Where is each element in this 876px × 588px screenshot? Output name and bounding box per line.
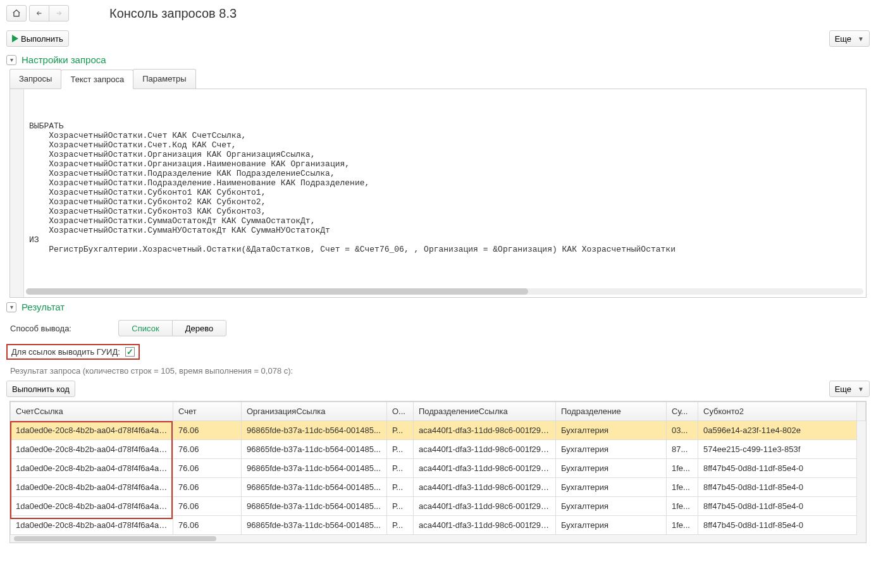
vertical-scrollbar[interactable] [857, 422, 866, 535]
execute-code-button[interactable]: Выполнить код [6, 381, 75, 397]
tab-query-text[interactable]: Текст запроса [61, 70, 133, 89]
guid-highlight: Для ссылок выводить ГУИД: ✓ [6, 344, 140, 360]
more-button-top[interactable]: Еще ▼ [829, 30, 870, 47]
table-row[interactable]: 1da0ed0e-20c8-4b2b-aa04-d78f4f6a4aed76.0… [11, 440, 866, 459]
cell-acct_ref: 1da0ed0e-20c8-4b2b-aa04-d78f4f6a4aed [11, 440, 173, 459]
cell-acct: 76.06 [173, 497, 242, 516]
col-acct[interactable]: Счет [173, 402, 242, 421]
cell-acct_ref: 1da0ed0e-20c8-4b2b-aa04-d78f4f6a4aed [11, 459, 173, 478]
code-gutter [10, 89, 24, 297]
cell-dept: Бухгалтерия [556, 440, 667, 459]
collapse-result-button[interactable]: ▾ [6, 302, 16, 312]
table-row[interactable]: 1da0ed0e-20c8-4b2b-aa04-d78f4f6a4aed76.0… [11, 516, 866, 535]
col-dept-ref[interactable]: ПодразделениеСсылка [414, 402, 556, 421]
result-table[interactable]: СчетСсылка Счет ОрганизацияСсылка О... П… [10, 401, 866, 535]
result-table-wrap: СчетСсылка Счет ОрганизацияСсылка О... П… [9, 401, 867, 543]
col-org-ref[interactable]: ОрганизацияСсылка [242, 402, 387, 421]
cell-acct_ref: 1da0ed0e-20c8-4b2b-aa04-d78f4f6a4aed [11, 421, 173, 440]
svg-marker-0 [12, 35, 18, 42]
cell-dept: Бухгалтерия [556, 478, 667, 497]
cell-org: Р... [387, 516, 414, 535]
cell-dept_ref: aca440f1-dfa3-11dd-98c6-001f296... [414, 459, 556, 478]
table-row[interactable]: 1da0ed0e-20c8-4b2b-aa04-d78f4f6a4aed76.0… [11, 421, 866, 440]
output-mode-label: Способ вывода: [10, 324, 71, 333]
table-row[interactable]: 1da0ed0e-20c8-4b2b-aa04-d78f4f6a4aed76.0… [11, 497, 866, 516]
table-horizontal-scrollbar[interactable] [10, 535, 866, 542]
guid-label: Для ссылок выводить ГУИД: [11, 347, 120, 357]
mode-tree-button[interactable]: Дерево [172, 320, 226, 336]
mode-list-button[interactable]: Список [118, 320, 173, 336]
cell-org_ref: 96865fde-b37a-11dc-b564-001485... [242, 440, 387, 459]
cell-dept_ref: aca440f1-dfa3-11dd-98c6-001f296... [414, 440, 556, 459]
cell-acct: 76.06 [173, 440, 242, 459]
cell-org: Р... [387, 440, 414, 459]
more-button-result[interactable]: Еще ▼ [829, 381, 870, 397]
execute-button[interactable]: Выполнить [6, 30, 69, 47]
cell-dept: Бухгалтерия [556, 516, 667, 535]
cell-su: 03... [667, 421, 698, 440]
cell-dept_ref: aca440f1-dfa3-11dd-98c6-001f296... [414, 497, 556, 516]
col-sub2[interactable]: Субконто2 [698, 402, 857, 421]
cell-acct_ref: 1da0ed0e-20c8-4b2b-aa04-d78f4f6a4aed [11, 478, 173, 497]
cell-org_ref: 96865fde-b37a-11dc-b564-001485... [242, 478, 387, 497]
result-stats: Результат запроса (количество строк = 10… [0, 364, 876, 381]
query-editor[interactable]: ВЫБРАТЬ ХозрасчетныйОстатки.Счет КАК Сче… [9, 89, 867, 298]
cell-su: 87... [667, 440, 698, 459]
back-button[interactable] [29, 5, 49, 21]
cell-dept: Бухгалтерия [556, 459, 667, 478]
cell-org: Р... [387, 497, 414, 516]
cell-acct_ref: 1da0ed0e-20c8-4b2b-aa04-d78f4f6a4aed [11, 497, 173, 516]
cell-acct: 76.06 [173, 421, 242, 440]
cell-su: 1fe... [667, 497, 698, 516]
col-dept[interactable]: Подразделение [556, 402, 667, 421]
page-title: Консоль запросов 8.3 [109, 6, 237, 21]
cell-org: Р... [387, 459, 414, 478]
query-text: ВЫБРАТЬ ХозрасчетныйОстатки.Счет КАК Сче… [10, 118, 866, 258]
result-title: Результат [22, 302, 65, 312]
cell-sub2: 0a596e14-a23f-11e4-802e [698, 421, 857, 440]
cell-su: 1fe... [667, 478, 698, 497]
chevron-down-icon: ▼ [858, 35, 864, 42]
tab-queries[interactable]: Запросы [9, 69, 61, 89]
forward-button[interactable] [49, 5, 69, 21]
cell-acct: 76.06 [173, 516, 242, 535]
collapse-settings-button[interactable]: ▾ [6, 55, 16, 65]
guid-checkbox[interactable]: ✓ [125, 347, 135, 357]
home-button[interactable] [6, 5, 27, 21]
settings-tabs: Запросы Текст запроса Параметры [9, 69, 867, 89]
cell-org: Р... [387, 478, 414, 497]
cell-acct: 76.06 [173, 459, 242, 478]
cell-su: 1fe... [667, 459, 698, 478]
cell-org_ref: 96865fde-b37a-11dc-b564-001485... [242, 516, 387, 535]
cell-dept_ref: aca440f1-dfa3-11dd-98c6-001f296... [414, 478, 556, 497]
table-row[interactable]: 1da0ed0e-20c8-4b2b-aa04-d78f4f6a4aed76.0… [11, 459, 866, 478]
arrow-right-icon [54, 9, 63, 17]
cell-dept: Бухгалтерия [556, 421, 667, 440]
chevron-down-icon: ▼ [858, 386, 864, 393]
table-header-row: СчетСсылка Счет ОрганизацияСсылка О... П… [11, 402, 866, 421]
arrow-left-icon [35, 9, 44, 17]
cell-org_ref: 96865fde-b37a-11dc-b564-001485... [242, 421, 387, 440]
cell-sub2: 8ff47b45-0d8d-11df-85e4-0 [698, 478, 857, 497]
tab-params[interactable]: Параметры [133, 69, 195, 89]
execute-label: Выполнить [21, 34, 63, 44]
cell-sub2: 8ff47b45-0d8d-11df-85e4-0 [698, 516, 857, 535]
cell-sub2: 574ee215-c499-11e3-853f [698, 440, 857, 459]
cell-dept: Бухгалтерия [556, 497, 667, 516]
settings-title: Настройки запроса [22, 54, 106, 65]
cell-acct_ref: 1da0ed0e-20c8-4b2b-aa04-d78f4f6a4aed [11, 516, 173, 535]
col-org[interactable]: О... [387, 402, 414, 421]
home-icon [12, 9, 21, 18]
cell-sub2: 8ff47b45-0d8d-11df-85e4-0 [698, 459, 857, 478]
cell-acct: 76.06 [173, 478, 242, 497]
cell-org_ref: 96865fde-b37a-11dc-b564-001485... [242, 497, 387, 516]
horizontal-scrollbar[interactable] [26, 288, 863, 295]
cell-org_ref: 96865fde-b37a-11dc-b564-001485... [242, 459, 387, 478]
col-acct-ref[interactable]: СчетСсылка [11, 402, 173, 421]
cell-su: 1fe... [667, 516, 698, 535]
table-row[interactable]: 1da0ed0e-20c8-4b2b-aa04-d78f4f6a4aed76.0… [11, 478, 866, 497]
play-icon [12, 35, 18, 42]
cell-dept_ref: aca440f1-dfa3-11dd-98c6-001f296... [414, 421, 556, 440]
col-su[interactable]: Су... [667, 402, 698, 421]
cell-dept_ref: aca440f1-dfa3-11dd-98c6-001f296... [414, 516, 556, 535]
